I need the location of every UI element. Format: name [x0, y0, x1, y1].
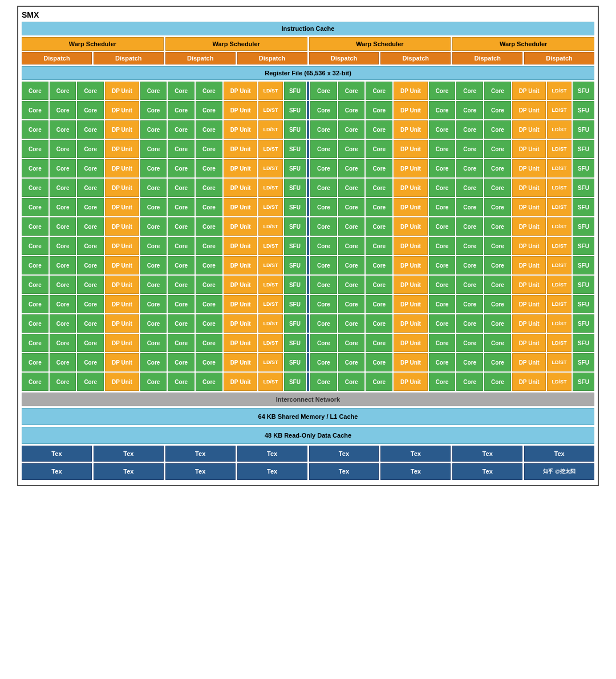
ldst-cell: LD/ST — [258, 373, 282, 391]
core-cell: Core — [77, 314, 104, 333]
core-cell: Core — [196, 82, 222, 100]
core-cell: Core — [140, 101, 167, 119]
tex-unit: Tex — [309, 463, 379, 480]
dp-unit-cell: DP Unit — [512, 217, 546, 236]
dp-unit-cell: DP Unit — [105, 101, 139, 119]
sfu-cell: SFU — [284, 179, 306, 197]
sfu-cell: SFU — [573, 120, 594, 139]
dp-unit-cell: DP Unit — [224, 101, 258, 119]
core-cell: Core — [310, 198, 337, 216]
core-cell: Core — [429, 101, 456, 119]
core-cell: Core — [338, 198, 365, 216]
core-cell: Core — [456, 276, 483, 294]
dp-unit-cell: DP Unit — [512, 237, 546, 255]
core-cell: Core — [429, 120, 456, 139]
core-cell: Core — [338, 120, 365, 139]
ldst-cell: LD/ST — [258, 314, 282, 333]
tex-unit: Tex — [22, 463, 92, 480]
core-row: Core Core Core DP Unit Core Core Core DP… — [22, 334, 594, 352]
core-cell: Core — [456, 334, 483, 352]
core-cell: Core — [310, 334, 337, 352]
group-separator — [307, 140, 309, 158]
core-cell: Core — [456, 217, 483, 236]
core-cell: Core — [22, 276, 48, 294]
core-cell: Core — [429, 217, 456, 236]
tex-unit: Tex — [22, 446, 92, 462]
core-cell: Core — [366, 198, 392, 216]
group-separator — [307, 101, 309, 119]
core-cell: Core — [140, 314, 167, 333]
core-row: Core Core Core DP Unit Core Core Core DP… — [22, 256, 594, 274]
core-cell: Core — [366, 120, 392, 139]
warp-scheduler-2: Warp Scheduler — [165, 37, 307, 51]
tex-unit: Tex — [237, 463, 307, 480]
core-cell: Core — [168, 334, 194, 352]
core-cell: Core — [338, 334, 365, 352]
core-cell: Core — [196, 314, 222, 333]
core-cell: Core — [140, 237, 167, 255]
core-cell: Core — [196, 217, 222, 236]
core-cell: Core — [366, 101, 392, 119]
tex-unit: Tex — [452, 463, 522, 480]
dp-unit-cell: DP Unit — [394, 373, 428, 391]
core-row: Core Core Core DP Unit Core Core Core DP… — [22, 101, 594, 119]
core-cell: Core — [22, 373, 48, 391]
core-cell: Core — [429, 334, 456, 352]
core-cell: Core — [140, 140, 167, 158]
core-cell: Core — [77, 276, 104, 294]
dp-unit-cell: DP Unit — [394, 120, 428, 139]
dispatch-3: Dispatch — [165, 52, 236, 64]
ldst-cell: LD/ST — [547, 256, 571, 274]
core-row: Core Core Core DP Unit Core Core Core DP… — [22, 295, 594, 313]
dp-unit-cell: DP Unit — [512, 140, 546, 158]
dp-unit-cell: DP Unit — [105, 159, 139, 177]
core-cell: Core — [310, 179, 337, 197]
core-cell: Core — [196, 198, 222, 216]
core-cell: Core — [196, 353, 222, 371]
sfu-cell: SFU — [573, 82, 594, 100]
core-cell: Core — [456, 159, 483, 177]
tex-unit: Tex — [380, 463, 451, 480]
core-cell: Core — [310, 373, 337, 391]
core-cell: Core — [22, 198, 48, 216]
dp-unit-cell: DP Unit — [394, 237, 428, 255]
core-cell: Core — [168, 101, 194, 119]
core-cell: Core — [310, 101, 337, 119]
dp-unit-cell: DP Unit — [105, 256, 139, 274]
dispatch-2: Dispatch — [94, 52, 164, 64]
core-cell: Core — [456, 82, 483, 100]
core-cell: Core — [366, 159, 392, 177]
core-cell: Core — [196, 295, 222, 313]
core-cell: Core — [484, 159, 511, 177]
core-cell: Core — [196, 120, 222, 139]
dp-unit-cell: DP Unit — [224, 353, 258, 371]
group-separator — [307, 237, 309, 255]
core-cell: Core — [77, 373, 104, 391]
core-cell: Core — [338, 82, 365, 100]
core-cell: Core — [196, 159, 222, 177]
core-cell: Core — [22, 140, 48, 158]
core-cell: Core — [22, 237, 48, 255]
dp-unit-cell: DP Unit — [105, 120, 139, 139]
tex-unit: Tex — [524, 446, 594, 462]
sfu-cell: SFU — [284, 276, 306, 294]
group-separator — [307, 179, 309, 197]
ldst-cell: LD/ST — [258, 82, 282, 100]
ldst-cell: LD/ST — [547, 101, 571, 119]
core-cell: Core — [484, 256, 511, 274]
core-cell: Core — [366, 140, 392, 158]
register-file: Register File (65,536 x 32-bit) — [22, 66, 594, 80]
core-row: Core Core Core DP Unit Core Core Core DP… — [22, 217, 594, 236]
core-cell: Core — [456, 198, 483, 216]
core-cell: Core — [22, 334, 48, 352]
core-cell: Core — [484, 334, 511, 352]
dp-unit-cell: DP Unit — [224, 334, 258, 352]
core-cell: Core — [310, 295, 337, 313]
core-cell: Core — [366, 353, 392, 371]
dp-unit-cell: DP Unit — [224, 140, 258, 158]
core-row: Core Core Core DP Unit Core Core Core DP… — [22, 353, 594, 371]
sfu-cell: SFU — [573, 353, 594, 371]
shared-memory: 64 KB Shared Memory / L1 Cache — [22, 408, 594, 425]
core-cell: Core — [429, 276, 456, 294]
core-cell: Core — [366, 295, 392, 313]
